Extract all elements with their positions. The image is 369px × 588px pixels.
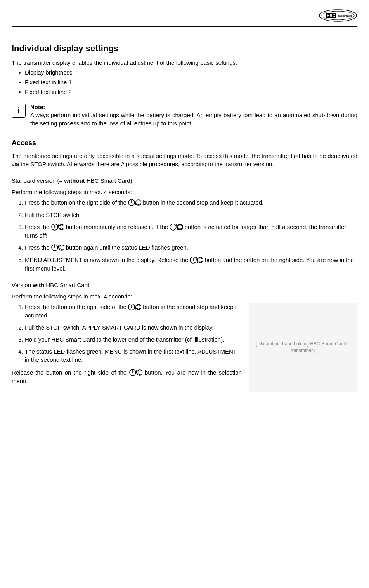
intro-lead: The transmitter display enables the indi… [12, 59, 357, 67]
standard-steps: Press the button on the right side of th… [25, 198, 357, 272]
access-heading: Access [12, 138, 357, 148]
note-body-text: Always perform individual settings while… [30, 112, 357, 127]
standard-step: Press the button on the right side of th… [25, 198, 357, 207]
intro-bullet-list: Display brightness Fixed text in line 1 … [25, 68, 357, 96]
standard-version-label: Standard version (= without HBC Smart Ca… [12, 177, 357, 185]
intro-bullet: Display brightness [25, 68, 357, 76]
brand-logo: HBC radiomatic [319, 8, 357, 23]
power-horn-icon [51, 223, 64, 231]
standard-lead: Perform the following steps in max. 4 se… [12, 188, 357, 196]
intro-section: The transmitter display enables the indi… [12, 59, 357, 96]
smartcard-step: Pull the STOP switch. APPLY SMART CARD i… [25, 323, 242, 331]
svg-text:radiomatic: radiomatic [338, 14, 352, 17]
standard-step: Press the button momentarily and release… [25, 223, 357, 239]
smartcard-step: Hold your HBC Smart Card to the lower en… [25, 335, 242, 343]
power-horn-icon [170, 223, 183, 231]
smartcard-steps-row: Press the button on the right side of th… [12, 303, 357, 392]
power-horn-icon [128, 303, 141, 311]
note-title: Note: [30, 103, 357, 111]
intro-bullet: Fixed text in line 2 [25, 88, 357, 96]
smartcard-version-label: Version with HBC Smart Card [12, 281, 357, 289]
power-horn-icon [190, 256, 203, 264]
standard-step: Pull the STOP switch. [25, 211, 357, 219]
smartcard-steps: Press the button on the right side of th… [25, 303, 242, 364]
power-horn-icon [129, 369, 142, 376]
smartcard-lead: Perform the following steps in max. 4 se… [12, 292, 357, 300]
smartcard-step: Press the button on the right side of th… [25, 303, 242, 319]
standard-step: MENU ADJUSTMENT is now shown in the disp… [25, 256, 357, 272]
page-header: HBC radiomatic [12, 8, 357, 27]
page-title: Individual display settings [12, 43, 357, 55]
smartcard-after-text: Release the button on the right side of … [12, 368, 242, 385]
intro-bullet: Fixed text in line 1 [25, 78, 357, 86]
standard-step: Press the button again until the status … [25, 243, 357, 252]
smartcard-illustration: [ Illustration: hand holding HBC Smart C… [249, 303, 357, 392]
svg-text:HBC: HBC [327, 14, 335, 18]
note-box: i Note: Always perform individual settin… [12, 103, 357, 127]
info-icon: i [12, 104, 26, 118]
power-horn-icon [128, 199, 141, 206]
smartcard-step: The status LED flashes green. MENU is sh… [25, 347, 242, 364]
access-intro: The mentioned settings are only accessib… [12, 152, 357, 168]
power-horn-icon [51, 244, 64, 252]
